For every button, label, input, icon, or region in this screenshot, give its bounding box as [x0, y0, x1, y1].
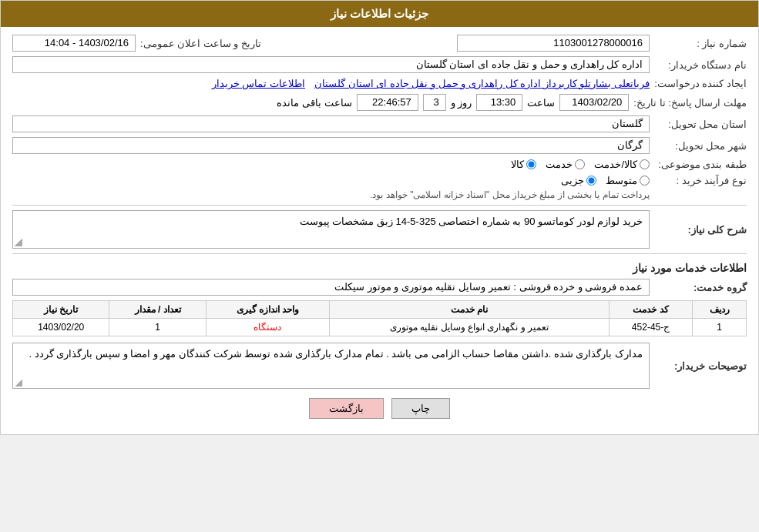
need-number-label: شماره نیاز :: [654, 38, 747, 49]
row-buyer-notes: توصیحات خریدار: مدارک بارگذاری شده .داشت…: [12, 343, 747, 389]
radio-khedmat-label: خدمت: [546, 159, 573, 170]
cell-date: 1403/02/20: [13, 319, 109, 336]
row-service-group: گروه خدمت: عمده فروشی و خرده فروشی : تعم…: [12, 279, 747, 296]
buyer-notes-label: توصیحات خریدار:: [654, 360, 747, 372]
deadline-time: 13:30: [476, 94, 522, 111]
province-value: گلستان: [12, 115, 650, 132]
divider-2: [12, 253, 747, 254]
process-options-line: متوسط جزیی: [12, 175, 650, 186]
row-province: استان محل تحویل: گلستان: [12, 115, 747, 132]
radio-kala-khedmat-label: کالا/خدمت: [594, 159, 637, 170]
city-label: شهر محل تحویل:: [654, 140, 747, 152]
creator-link[interactable]: فرباتعلی بشارتلو کاربرداز اداره کل راهدا…: [314, 78, 650, 89]
resize-handle[interactable]: [15, 239, 22, 246]
cell-row: 1: [693, 319, 747, 336]
row-buyer-org: نام دستگاه خریدار: اداره کل راهداری و حم…: [12, 56, 747, 73]
description-box: خرید لوازم لودر کوماتسو 90 به شماره اختص…: [12, 210, 650, 249]
row-need-number: شماره نیاز : 1103001278000016 تاریخ و سا…: [12, 35, 747, 52]
deadline-date: 1403/02/20: [559, 94, 629, 111]
table-body: 1 ج-45-452 تعمیر و نگهداری انواع وسایل ن…: [13, 319, 747, 336]
table-header-row: ردیف کد خدمت نام خدمت واحد اندازه گیری ت…: [13, 301, 747, 319]
deadline-days: 3: [423, 94, 446, 111]
saate-label: ساعت: [527, 97, 555, 109]
row-process: نوع فرآیند خرید : متوسط جزیی پرداخت تمام…: [12, 175, 747, 200]
description-container: خرید لوازم لودر کوماتسو 90 به شماره اختص…: [12, 210, 650, 249]
row-deadline: مهلت ارسال پاسخ: تا تاریخ: 1403/02/20 سا…: [12, 94, 747, 111]
cell-unit: دستگاه: [206, 319, 330, 336]
page-header: جزئیات اطلاعات نیاز: [1, 1, 758, 27]
contact-link[interactable]: اطلاعات تماس خریدار: [212, 78, 305, 89]
radio-jozyi-input[interactable]: [586, 176, 596, 186]
resize-handle-2[interactable]: [15, 379, 22, 386]
buyer-notes-box: مدارک بارگذاری شده .داشتن مقاصا حساب الز…: [12, 343, 650, 389]
page-title: جزئیات اطلاعات نیاز: [331, 7, 428, 20]
city-value: گرگان: [12, 137, 650, 154]
radio-mottasat-label: متوسط: [606, 175, 637, 186]
radio-kala[interactable]: کالا: [511, 159, 536, 170]
process-options: متوسط جزیی پرداخت تمام یا بخشی از مبلغ خ…: [12, 175, 650, 200]
radio-khedmat-input[interactable]: [575, 159, 585, 169]
row-category: طبقه بندی موضوعی: کالا/خدمت خدمت کالا: [12, 159, 747, 170]
announce-label: تاریخ و ساعت اعلان عمومی:: [140, 38, 261, 49]
radio-kala-khedmat-input[interactable]: [640, 159, 650, 169]
process-label: نوع فرآیند خرید :: [654, 175, 747, 186]
radio-mottasat-input[interactable]: [640, 176, 650, 186]
divider-1: [12, 205, 747, 206]
col-header-row: ردیف: [693, 301, 747, 319]
col-header-code: کد خدمت: [610, 301, 693, 319]
description-label: شرح کلی نیاز:: [654, 224, 747, 236]
description-value: خرید لوازم لودر کوماتسو 90 به شماره اختص…: [300, 216, 643, 227]
creator-label: ایجاد کننده درخواست:: [654, 78, 747, 89]
cell-code: ج-45-452: [610, 319, 693, 336]
announce-value: 1403/02/16 - 14:04: [12, 35, 136, 52]
row-city: شهر محل تحویل: گرگان: [12, 137, 747, 154]
service-group-label: گروه خدمت:: [654, 282, 747, 293]
service-group-value: عمده فروشی و خرده فروشی : تعمیر وسایل نق…: [12, 279, 650, 296]
content-area: شماره نیاز : 1103001278000016 تاریخ و سا…: [1, 27, 758, 434]
buyer-notes-container: مدارک بارگذاری شده .داشتن مقاصا حساب الز…: [12, 343, 650, 389]
row-description: شرح کلی نیاز: خرید لوازم لودر کوماتسو 90…: [12, 210, 747, 249]
table-head: ردیف کد خدمت نام خدمت واحد اندازه گیری ت…: [13, 301, 747, 319]
deadline-remaining: 22:46:57: [357, 94, 418, 111]
col-header-unit: واحد اندازه گیری: [206, 301, 330, 319]
buyer-org-label: نام دستگاه خریدار:: [654, 59, 747, 71]
radio-mottasat[interactable]: متوسط: [606, 175, 650, 186]
category-radio-group: کالا/خدمت خدمت کالا: [12, 159, 650, 170]
print-button[interactable]: چاپ: [391, 398, 450, 419]
need-number-value: 1103001278000016: [457, 35, 650, 52]
table-row: 1 ج-45-452 تعمیر و نگهداری انواع وسایل ن…: [13, 319, 747, 336]
services-section-title: اطلاعات خدمات مورد نیاز: [12, 262, 747, 274]
radio-jozyi-label: جزیی: [561, 175, 584, 186]
row-creator: ایجاد کننده درخواست: فرباتعلی بشارتلو کا…: [12, 78, 747, 89]
province-label: استان محل تحویل:: [654, 119, 747, 130]
category-label: طبقه بندی موضوعی:: [654, 159, 747, 170]
col-header-count: تعداد / مقدار: [109, 301, 206, 319]
saate-mande-label: ساعت باقی مانده: [277, 97, 351, 109]
radio-kala-input[interactable]: [526, 159, 536, 169]
radio-khedmat[interactable]: خدمت: [546, 159, 585, 170]
cell-count: 1: [109, 319, 206, 336]
cell-name: تعمیر و نگهداری انواع وسایل نقلیه موتوری: [330, 319, 610, 336]
rooz-label: روز و: [451, 97, 472, 109]
button-row: چاپ بازگشت: [12, 398, 747, 419]
back-button[interactable]: بازگشت: [309, 398, 384, 419]
buyer-org-value: اداره کل راهداری و حمل و نقل جاده ای است…: [12, 56, 650, 73]
main-container: جزئیات اطلاعات نیاز شماره نیاز : 1103001…: [0, 0, 759, 435]
col-header-date: تاریخ نیاز: [13, 301, 109, 319]
deadline-label: مهلت ارسال پاسخ: تا تاریخ:: [633, 97, 747, 109]
process-description: پرداخت تمام یا بخشی از مبلغ خریداز محل "…: [12, 189, 650, 200]
radio-kala-label: کالا: [511, 159, 524, 170]
services-table: ردیف کد خدمت نام خدمت واحد اندازه گیری ت…: [12, 300, 747, 336]
col-header-name: نام خدمت: [330, 301, 610, 319]
radio-kala-khedmat[interactable]: کالا/خدمت: [594, 159, 650, 170]
buyer-notes-value: مدارک بارگذاری شده .داشتن مقاصا حساب الز…: [29, 348, 643, 360]
radio-jozyi[interactable]: جزیی: [561, 175, 596, 186]
